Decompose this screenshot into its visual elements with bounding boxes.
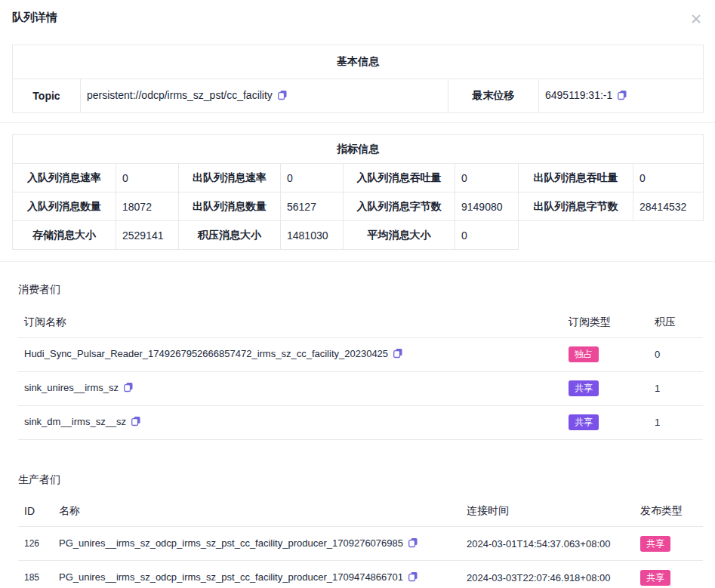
queue-detail-modal: 队列详情 ✕ 基本信息 Topic persistent://odcp/irms… (0, 0, 715, 588)
producers-table: ID 名称 连接时间 发布类型 126 PG_unires__irms_sz_o… (18, 497, 703, 588)
table-row: Topic persistent://odcp/irms_sz_pst/cc_f… (13, 79, 704, 113)
table-row: sink_dm__irms_sz__sz 共享 1 (18, 405, 703, 439)
last-offset-value: 6495119:31:-1 (545, 89, 612, 101)
metric-label: 出队列消息字节数 (519, 192, 633, 221)
table-row: Hudi_Sync_Pulsar_Reader_1749267952666857… (18, 337, 703, 371)
backlog-cell: 1 (649, 371, 703, 405)
modal-body: 基本信息 Topic persistent://odcp/irms_sz_pst… (0, 45, 715, 588)
status-badge: 共享 (569, 414, 599, 430)
metric-value: 0 (633, 164, 704, 192)
metric-value: 18072 (116, 192, 179, 221)
subscription-type-cell: 共享 (562, 371, 649, 405)
last-offset-value-cell: 6495119:31:-1 (539, 79, 704, 113)
table-row: 存储消息大小 2529141 积压消息大小 1481030 平均消息大小 0 (13, 221, 704, 250)
metric-value: 0 (281, 164, 344, 192)
column-header-name: 名称 (53, 497, 461, 527)
last-offset-label: 最末位移 (448, 79, 539, 113)
producer-name: PG_unires__irms_sz_odcp_irms_sz_pst_cc_f… (59, 571, 403, 583)
metric-value: 0 (455, 164, 519, 192)
column-header-subscription-type: 订阅类型 (562, 307, 649, 337)
metrics-table: 指标信息 入队列消息速率 0 出队列消息速率 0 入队列消息吞吐量 0 出队列消… (12, 134, 704, 250)
producer-name-cell: PG_unires__irms_sz_odcp_irms_sz_pst_cc_f… (53, 527, 461, 561)
topic-label: Topic (13, 79, 81, 113)
producer-name: PG_unires__irms_sz_odcp_irms_sz_pst_cc_f… (59, 537, 403, 549)
close-icon[interactable]: ✕ (688, 11, 704, 27)
metric-label: 出队列消息数量 (179, 192, 281, 221)
table-row: sink_unires__irms_sz 共享 1 (18, 371, 703, 405)
status-badge: 共享 (640, 536, 670, 552)
subscription-name: sink_unires__irms_sz (24, 382, 119, 393)
copy-icon[interactable] (408, 571, 418, 584)
table-row: 入队列消息速率 0 出队列消息速率 0 入队列消息吞吐量 0 出队列消息吞吐量 … (13, 164, 704, 192)
metric-value: 9149080 (455, 192, 519, 221)
table-row: 185 PG_unires__irms_sz_odcp_irms_sz_pst_… (18, 561, 703, 588)
consumers-title: 消费者们 (18, 283, 703, 297)
subscription-type-cell: 共享 (562, 405, 649, 439)
metric-label: 入队列消息数量 (13, 192, 116, 221)
subscription-name-cell: Hudi_Sync_Pulsar_Reader_1749267952666857… (18, 337, 562, 371)
producer-name-cell: PG_unires__irms_sz_odcp_irms_sz_pst_cc_f… (53, 561, 461, 588)
metric-value: 0 (455, 221, 519, 250)
subscription-name: sink_dm__irms_sz__sz (24, 416, 126, 427)
status-badge: 共享 (569, 380, 599, 396)
metric-label: 出队列消息吞吐量 (519, 164, 633, 192)
copy-icon[interactable] (277, 90, 288, 103)
publish-type-cell: 共享 (634, 527, 703, 561)
metric-label: 积压消息大小 (179, 221, 281, 250)
basic-info-header: 基本信息 (13, 45, 704, 79)
publish-type-cell: 共享 (634, 561, 703, 588)
copy-icon[interactable] (617, 90, 627, 103)
metric-label: 存储消息大小 (13, 221, 116, 250)
producers-title: 生产者们 (18, 473, 703, 487)
column-header-backlog: 积压 (649, 307, 703, 337)
page-title: 队列详情 (12, 11, 57, 25)
producer-id: 185 (18, 561, 53, 588)
column-header-id: ID (18, 497, 53, 527)
topic-value: persistent://odcp/irms_sz_pst/cc_facilit… (87, 89, 273, 101)
status-badge: 共享 (640, 570, 670, 586)
basic-info-table: 基本信息 Topic persistent://odcp/irms_sz_pst… (12, 45, 704, 113)
metric-value: 28414532 (633, 192, 704, 221)
copy-icon[interactable] (393, 348, 403, 361)
metric-label: 入队列消息吞吐量 (344, 164, 455, 192)
metric-value: 56127 (281, 192, 344, 221)
subscription-type-cell: 独占 (562, 337, 649, 371)
table-row: 入队列消息数量 18072 出队列消息数量 56127 入队列消息字节数 914… (13, 192, 704, 221)
column-header-subscription-name: 订阅名称 (18, 307, 562, 337)
subscription-name: Hudi_Sync_Pulsar_Reader_1749267952666857… (24, 348, 388, 359)
backlog-cell: 0 (649, 337, 703, 371)
producers-section: 生产者们 ID 名称 连接时间 发布类型 126 PG_unires__irms… (18, 473, 703, 588)
metric-label: 平均消息大小 (344, 221, 455, 250)
column-header-connect-time: 连接时间 (461, 497, 634, 527)
status-badge: 独占 (569, 346, 599, 362)
producer-id: 126 (18, 527, 53, 561)
subscription-name-cell: sink_dm__irms_sz__sz (18, 405, 562, 439)
metric-label: 出队列消息速率 (179, 164, 281, 192)
metric-value: 0 (116, 164, 179, 192)
metrics-header: 指标信息 (13, 135, 704, 164)
empty-cell (519, 221, 704, 250)
table-row: 126 PG_unires__irms_sz_odcp_irms_sz_pst_… (18, 527, 703, 561)
copy-icon[interactable] (408, 537, 418, 550)
backlog-cell: 1 (649, 405, 703, 439)
metric-value: 1481030 (281, 221, 344, 250)
copy-icon[interactable] (131, 416, 141, 429)
metric-label: 入队列消息速率 (13, 164, 116, 192)
consumers-section: 消费者们 订阅名称 订阅类型 积压 Hudi_Sync_Pulsar_Reade… (18, 283, 703, 440)
producer-connect-time: 2024-03-01T14:54:37.063+08:00 (461, 527, 634, 561)
section-divider (0, 122, 715, 123)
metric-value: 2529141 (116, 221, 179, 250)
section-divider (0, 261, 715, 262)
producer-connect-time: 2024-03-03T22:07:46.918+08:00 (461, 561, 634, 588)
column-header-publish-type: 发布类型 (634, 497, 703, 527)
metric-label: 入队列消息字节数 (344, 192, 455, 221)
copy-icon[interactable] (123, 382, 134, 395)
subscription-name-cell: sink_unires__irms_sz (18, 371, 562, 405)
topic-value-cell: persistent://odcp/irms_sz_pst/cc_facilit… (81, 79, 448, 113)
consumers-table: 订阅名称 订阅类型 积压 Hudi_Sync_Pulsar_Reader_174… (18, 307, 703, 440)
